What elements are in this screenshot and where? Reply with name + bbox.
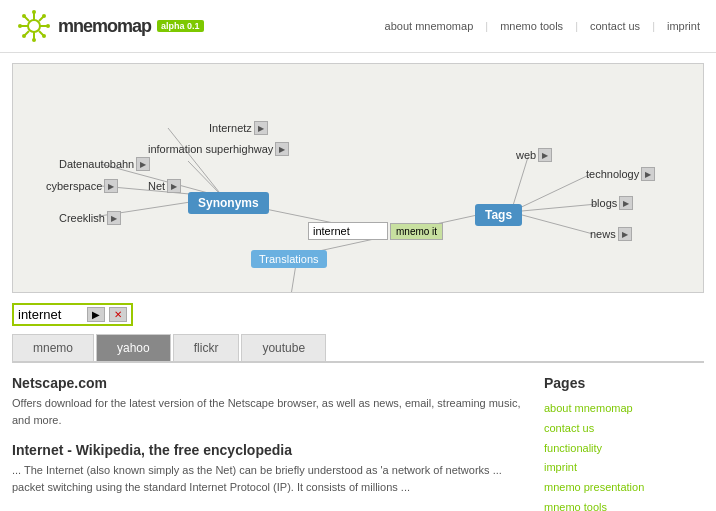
svg-point-9 (32, 10, 36, 14)
result-title-0: Netscape.com (12, 375, 524, 391)
web-btn[interactable]: ▶ (538, 148, 552, 162)
sidebar-title: Pages (544, 375, 704, 391)
result-item-0: Netscape.com Offers download for the lat… (12, 375, 524, 428)
nav-divider1: | (485, 20, 488, 32)
mindmap-container: mnemo it Synonyms Tags Translations Inte… (12, 63, 704, 293)
internetz-node: Internetz ▶ (209, 121, 268, 135)
header: mnemomap alpha 0.1 about mnemomap | mnem… (0, 0, 716, 53)
translations-node: Translations (251, 250, 327, 268)
svg-point-15 (42, 14, 46, 18)
results-area: Netscape.com Offers download for the lat… (0, 363, 716, 511)
results-sidebar: Pages about mnemomap contact us function… (544, 375, 704, 511)
technology-label: technology (586, 168, 639, 180)
blogs-node: blogs ▶ (591, 196, 633, 210)
tabs-container: mnemo yahoo flickr youtube (12, 334, 704, 363)
svg-point-0 (28, 20, 40, 32)
svg-line-29 (288, 264, 296, 292)
nav-divider2: | (575, 20, 578, 32)
tab-flickr[interactable]: flickr (173, 334, 240, 361)
net-btn[interactable]: ▶ (167, 179, 181, 193)
svg-line-27 (511, 212, 593, 234)
creeklish-label: Creeklish (59, 212, 105, 224)
svg-point-10 (32, 38, 36, 42)
search-close-btn[interactable]: ✕ (109, 307, 127, 322)
nav-divider3: | (652, 20, 655, 32)
tags-label: Tags (475, 204, 522, 226)
svg-point-12 (46, 24, 50, 28)
sidebar-link-4[interactable]: mnemo presentation (544, 478, 704, 498)
svg-point-16 (22, 34, 26, 38)
translations-label: Translations (251, 250, 327, 268)
tab-mnemo[interactable]: mnemo (12, 334, 94, 361)
svg-line-26 (511, 204, 597, 212)
svg-point-13 (22, 14, 26, 18)
news-label: news (590, 228, 616, 240)
technology-btn[interactable]: ▶ (641, 167, 655, 181)
sidebar-link-3[interactable]: imprint (544, 458, 704, 478)
result-item-1: Internet - Wikipedia, the free encyclope… (12, 442, 524, 495)
tab-youtube[interactable]: youtube (241, 334, 326, 361)
sidebar-link-1[interactable]: contact us (544, 419, 704, 439)
logo-area: mnemomap alpha 0.1 (16, 8, 204, 44)
search-arrow-btn[interactable]: ▶ (87, 307, 105, 322)
tags-node: Tags (475, 204, 522, 226)
datenautobahn-btn[interactable]: ▶ (136, 157, 150, 171)
creeklish-node: Creeklish ▶ (59, 211, 121, 225)
sidebar-link-5[interactable]: mnemo tools (544, 498, 704, 511)
svg-point-14 (42, 34, 46, 38)
technology-node: technology ▶ (586, 167, 655, 181)
synonyms-node: Synonyms (188, 192, 269, 214)
blogs-btn[interactable]: ▶ (619, 196, 633, 210)
svg-point-11 (18, 24, 22, 28)
info-superhighway-btn[interactable]: ▶ (275, 142, 289, 156)
net-node: Net ▶ (148, 179, 181, 193)
internetz-label: Internetz (209, 122, 252, 134)
news-btn[interactable]: ▶ (618, 227, 632, 241)
nav-tools[interactable]: mnemo tools (500, 20, 563, 32)
datenautobahn-node: Datenautobahn ▶ (59, 157, 150, 171)
sidebar-link-2[interactable]: functionality (544, 439, 704, 459)
sidebar-link-0[interactable]: about mnemomap (544, 399, 704, 419)
blogs-label: blogs (591, 197, 617, 209)
info-superhighway-node: information superhighway ▶ (148, 142, 289, 156)
web-label: web (516, 149, 536, 161)
center-input-area: mnemo it (308, 222, 443, 240)
synonyms-label: Synonyms (188, 192, 269, 214)
center-input[interactable] (308, 222, 388, 240)
nav-about[interactable]: about mnemomap (385, 20, 474, 32)
nav-imprint[interactable]: imprint (667, 20, 700, 32)
nav-contact[interactable]: contact us (590, 20, 640, 32)
result-desc-0: Offers download for the latest version o… (12, 395, 524, 428)
result-title-1: Internet - Wikipedia, the free encyclope… (12, 442, 524, 458)
net-label: Net (148, 180, 165, 192)
search-input[interactable] (18, 307, 83, 322)
internetz-btn[interactable]: ▶ (254, 121, 268, 135)
nav-links: about mnemomap | mnemo tools | contact u… (385, 20, 700, 32)
cyberspace-label: cyberspace (46, 180, 102, 192)
web-node: web ▶ (516, 148, 552, 162)
cyberspace-node: cyberspace ▶ (46, 179, 118, 193)
search-input-wrapper: ▶ ✕ (12, 303, 133, 326)
creeklish-btn[interactable]: ▶ (107, 211, 121, 225)
results-main: Netscape.com Offers download for the lat… (12, 375, 544, 511)
info-superhighway-label: information superhighway (148, 143, 273, 155)
search-bar: ▶ ✕ (12, 303, 704, 326)
svg-line-25 (511, 174, 591, 212)
datenautobahn-label: Datenautobahn (59, 158, 134, 170)
logo-icon (16, 8, 52, 44)
tab-yahoo[interactable]: yahoo (96, 334, 171, 361)
mnemo-it-button[interactable]: mnemo it (390, 223, 443, 240)
logo-text: mnemomap (58, 16, 151, 37)
result-desc-1: ... The Internet (also known simply as t… (12, 462, 524, 495)
cyberspace-btn[interactable]: ▶ (104, 179, 118, 193)
alpha-badge: alpha 0.1 (157, 20, 204, 32)
news-node: news ▶ (590, 227, 632, 241)
